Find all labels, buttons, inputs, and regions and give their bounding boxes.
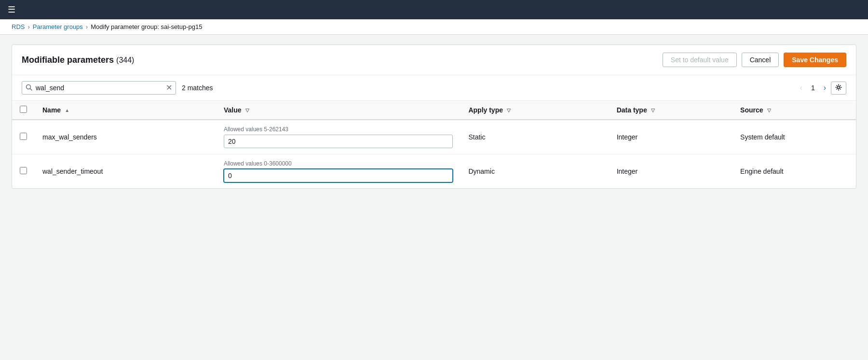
th-select-all xyxy=(12,101,35,120)
source-cell-0: System default xyxy=(732,120,856,154)
source-1: Engine default xyxy=(740,167,784,175)
param-name-cell-0: max_wal_senders xyxy=(35,120,216,154)
value-sort-icon: ▽ xyxy=(245,108,249,113)
card-title-text: Modifiable parameters xyxy=(22,55,114,65)
apply-type-sort-icon: ▽ xyxy=(507,108,511,113)
parameters-table: Name ▲ Value ▽ Apply type ▽ xyxy=(12,101,856,188)
name-sort-icon: ▲ xyxy=(65,108,69,113)
table-row: wal_sender_timeout Allowed values 0-3600… xyxy=(12,154,856,189)
apply-type-1: Dynamic xyxy=(468,167,494,175)
parameters-card: Modifiable parameters (344) Set to defau… xyxy=(12,44,856,189)
th-name-label: Name xyxy=(42,106,61,114)
th-data-type-label: Data type xyxy=(617,106,647,114)
th-name[interactable]: Name ▲ xyxy=(35,101,216,120)
th-source[interactable]: Source ▽ xyxy=(732,101,856,120)
data-type-cell-0: Integer xyxy=(609,120,732,154)
top-navigation: ☰ xyxy=(0,0,868,19)
row-checkbox-0[interactable] xyxy=(20,133,27,140)
table-row: max_wal_senders Allowed values 5-262143 … xyxy=(12,120,856,154)
th-data-type[interactable]: Data type ▽ xyxy=(609,101,732,120)
breadcrumb-sep-2: › xyxy=(86,23,88,30)
apply-type-cell-0: Static xyxy=(461,120,609,154)
card-actions: Set to default value Cancel Save Changes xyxy=(663,53,846,67)
select-all-checkbox[interactable] xyxy=(20,106,27,113)
breadcrumb: RDS › Parameter groups › Modify paramete… xyxy=(0,19,868,35)
value-input-0[interactable] xyxy=(224,135,453,148)
th-source-label: Source xyxy=(740,106,763,114)
breadcrumb-param-groups-link[interactable]: Parameter groups xyxy=(33,23,83,30)
value-input-1[interactable] xyxy=(224,169,453,182)
pagination-row: ‹ 1 › xyxy=(797,82,846,95)
table-header-row: Name ▲ Value ▽ Apply type ▽ xyxy=(12,101,856,120)
svg-point-2 xyxy=(838,86,840,88)
param-name-0: max_wal_senders xyxy=(42,133,97,141)
search-input[interactable] xyxy=(22,81,176,95)
param-name-cell-1: wal_sender_timeout xyxy=(35,154,216,189)
th-apply-type-label: Apply type xyxy=(468,106,503,114)
card-header: Modifiable parameters (344) Set to defau… xyxy=(12,45,856,75)
card-title: Modifiable parameters (344) xyxy=(22,55,134,65)
source-0: System default xyxy=(740,133,785,141)
card-count: (344) xyxy=(116,56,134,64)
source-cell-1: Engine default xyxy=(732,154,856,189)
allowed-values-label-1: Allowed values 0-3600000 xyxy=(224,160,453,167)
prev-page-button[interactable]: ‹ xyxy=(797,82,805,94)
data-type-1: Integer xyxy=(617,167,638,175)
search-box: ✕ xyxy=(22,81,176,95)
row-checkbox-1[interactable] xyxy=(20,167,27,174)
card-title-area: Modifiable parameters (344) xyxy=(22,55,134,65)
table-settings-button[interactable] xyxy=(831,82,846,95)
param-name-1: wal_sender_timeout xyxy=(42,167,103,175)
search-row: ✕ 2 matches ‹ 1 › xyxy=(12,75,856,101)
apply-type-cell-1: Dynamic xyxy=(461,154,609,189)
breadcrumb-current: Modify parameter group: sai-setup-pg15 xyxy=(91,23,202,30)
matches-count: 2 matches xyxy=(182,84,213,92)
row-checkbox-cell-0 xyxy=(12,120,35,154)
source-sort-icon: ▽ xyxy=(767,108,771,113)
th-apply-type[interactable]: Apply type ▽ xyxy=(461,101,609,120)
next-page-button[interactable]: › xyxy=(821,82,829,94)
cancel-button[interactable]: Cancel xyxy=(742,53,779,67)
hamburger-menu-icon[interactable]: ☰ xyxy=(8,4,15,15)
data-type-sort-icon: ▽ xyxy=(651,108,655,113)
breadcrumb-rds-link[interactable]: RDS xyxy=(12,23,25,30)
apply-type-0: Static xyxy=(468,133,485,141)
param-value-cell-1: Allowed values 0-3600000 xyxy=(216,154,461,189)
current-page: 1 xyxy=(807,82,819,94)
data-type-0: Integer xyxy=(617,133,638,141)
th-value-label: Value xyxy=(224,106,242,114)
allowed-values-label-0: Allowed values 5-262143 xyxy=(224,126,453,133)
param-value-cell-0: Allowed values 5-262143 xyxy=(216,120,461,154)
data-type-cell-1: Integer xyxy=(609,154,732,189)
main-content: Modifiable parameters (344) Set to defau… xyxy=(0,35,868,198)
th-value[interactable]: Value ▽ xyxy=(216,101,461,120)
row-checkbox-cell-1 xyxy=(12,154,35,189)
clear-search-button[interactable]: ✕ xyxy=(166,84,172,92)
save-changes-button[interactable]: Save Changes xyxy=(784,53,846,67)
breadcrumb-sep-1: › xyxy=(27,23,29,30)
set-default-button[interactable]: Set to default value xyxy=(663,53,737,67)
